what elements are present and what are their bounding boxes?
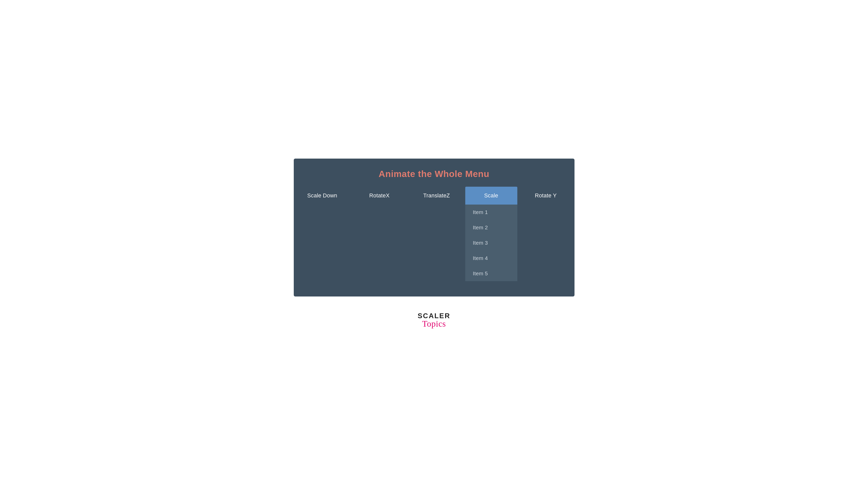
nav-item-scale[interactable]: Scale xyxy=(465,187,517,205)
dropdown-item-2[interactable]: Item 2 xyxy=(465,220,517,235)
dropdown-menu: Item 1 Item 2 Item 3 Item 4 Item 5 xyxy=(465,205,517,281)
nav-item-scale-down[interactable]: Scale Down xyxy=(294,187,351,205)
page-title: Animate the Whole Menu xyxy=(379,169,490,179)
dropdown-item-5[interactable]: Item 5 xyxy=(465,266,517,281)
nav-item-translatez[interactable]: TranslateZ xyxy=(408,187,465,205)
dropdown-item-3[interactable]: Item 3 xyxy=(465,235,517,251)
nav-item-rotate-y[interactable]: Rotate Y xyxy=(517,187,575,205)
nav-item-rotatex[interactable]: RotateX xyxy=(351,187,408,205)
nav-item-scale-wrapper: Scale Item 1 Item 2 Item 3 Item 4 Item 5 xyxy=(465,187,517,281)
main-container: Animate the Whole Menu Scale Down Rotate… xyxy=(294,159,575,296)
logo-topics-text: Topics xyxy=(422,319,446,329)
nav-bar: Scale Down RotateX TranslateZ Scale Item… xyxy=(294,187,575,281)
dropdown-item-4[interactable]: Item 4 xyxy=(465,251,517,266)
logo-area: SCALER Topics xyxy=(417,312,450,329)
dropdown-item-1[interactable]: Item 1 xyxy=(465,205,517,220)
